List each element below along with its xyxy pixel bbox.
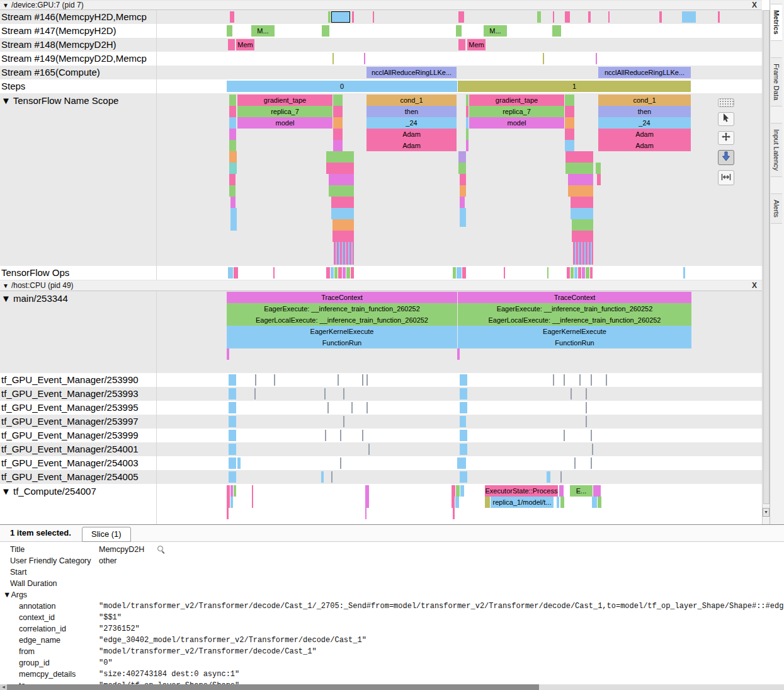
trace-event[interactable]: [586, 388, 587, 400]
trace-event[interactable]: [332, 53, 334, 64]
trace-event[interactable]: [338, 374, 339, 386]
trace-event[interactable]: [564, 374, 565, 386]
trace-event[interactable]: [593, 485, 601, 497]
trace-event[interactable]: [598, 497, 601, 508]
trace-event[interactable]: [331, 197, 354, 208]
trace-event[interactable]: [568, 185, 593, 197]
trace-event[interactable]: [565, 117, 574, 129]
trace-event-1[interactable]: 1: [458, 81, 691, 92]
trace-event-adam[interactable]: Adam: [598, 129, 691, 140]
trace-event-adam[interactable]: Adam: [366, 129, 457, 140]
trace-event[interactable]: [227, 25, 232, 37]
trace-event[interactable]: [457, 348, 460, 360]
trace-event[interactable]: [460, 388, 467, 400]
track-label-tf-gpu-event-manager-253990[interactable]: tf_GPU_Event_Manager/253990: [1, 374, 155, 385]
trace-event[interactable]: [230, 208, 237, 231]
trace-event-e[interactable]: E...: [570, 485, 593, 497]
trace-event[interactable]: [252, 485, 253, 497]
trace-event[interactable]: [552, 25, 561, 37]
track-label-tensorflow-name-scope[interactable]: ▼ TensorFlow Name Scope: [1, 95, 155, 106]
track-label-tf-gpu-event-manager-253993[interactable]: tf_GPU_Event_Manager/253993: [1, 388, 155, 399]
trace-event[interactable]: [466, 106, 469, 117]
trace-event[interactable]: [564, 430, 565, 441]
trace-event[interactable]: [460, 174, 466, 185]
trace-event-eagerlocalexecute-inference-train-function-260252[interactable]: EagerLocalExecute: __inference_train_fun…: [227, 314, 457, 326]
trace-event[interactable]: [565, 163, 593, 174]
trace-event-mem[interactable]: Mem: [236, 39, 254, 50]
trace-event[interactable]: [373, 11, 374, 23]
trace-event[interactable]: [592, 497, 597, 508]
trace-event[interactable]: [229, 430, 236, 441]
trace-event[interactable]: [458, 163, 466, 174]
trace-event[interactable]: [590, 267, 593, 279]
trace-event[interactable]: [453, 508, 455, 519]
track-label-tf-gpu-event-manager-253995[interactable]: tf_GPU_Event_Manager/253995: [1, 402, 155, 413]
trace-event[interactable]: [331, 267, 334, 279]
trace-event[interactable]: [537, 11, 541, 23]
trace-event[interactable]: [331, 208, 354, 219]
pan-tool-button[interactable]: [718, 131, 734, 145]
sidebar-tab-metrics[interactable]: Metrics: [771, 4, 782, 41]
selection-tool-button[interactable]: [718, 112, 734, 126]
trace-event-then[interactable]: then: [366, 106, 457, 117]
trace-event[interactable]: [574, 267, 577, 279]
trace-event-replica-7[interactable]: replica_7: [237, 106, 332, 117]
trace-event[interactable]: [362, 430, 363, 441]
trace-event[interactable]: [229, 174, 236, 185]
trace-event[interactable]: [343, 416, 344, 427]
trace-event[interactable]: [682, 11, 696, 23]
trace-event[interactable]: [586, 402, 587, 413]
trace-event[interactable]: [343, 388, 344, 400]
trace-event[interactable]: [333, 140, 343, 151]
trace-event[interactable]: [452, 485, 455, 497]
trace-event[interactable]: [591, 457, 592, 469]
trace-event[interactable]: [457, 457, 466, 469]
timing-tool-button[interactable]: [718, 170, 734, 185]
trace-event[interactable]: [573, 253, 593, 265]
trace-event[interactable]: [455, 497, 459, 508]
trace-event[interactable]: [547, 267, 548, 279]
trace-event[interactable]: [332, 219, 354, 231]
trace-event[interactable]: [326, 151, 354, 163]
trace-event[interactable]: [565, 129, 574, 140]
trace-event[interactable]: [351, 267, 354, 279]
cpu-close-button[interactable]: X: [752, 280, 757, 291]
trace-event[interactable]: [338, 267, 342, 279]
trace-event[interactable]: [227, 508, 229, 519]
trace-event[interactable]: [327, 402, 329, 413]
trace-event[interactable]: [229, 117, 236, 129]
trace-event[interactable]: [683, 267, 685, 279]
trace-event-functionrun[interactable]: FunctionRun: [227, 337, 457, 348]
trace-event[interactable]: [460, 430, 467, 441]
trace-event[interactable]: [329, 185, 354, 197]
trace-event[interactable]: [229, 388, 236, 400]
trace-event[interactable]: [485, 497, 490, 508]
trace-event-executorstate-process[interactable]: ExecutorState::Process: [485, 485, 558, 497]
trace-event[interactable]: [460, 197, 465, 208]
trace-event[interactable]: [368, 444, 370, 455]
trace-event[interactable]: [460, 208, 466, 227]
trace-event-tracecontext[interactable]: TraceContext: [227, 292, 457, 303]
trace-event-ncclallreduceringllke[interactable]: ncclAllReduceRingLLKe...: [366, 67, 457, 78]
trace-event[interactable]: [567, 267, 570, 279]
trace-event[interactable]: [229, 416, 236, 427]
gpu-close-button[interactable]: X: [752, 1, 757, 10]
cpu-process-header[interactable]: ▼/host:CPU (pid 49) X: [0, 280, 762, 291]
trace-event[interactable]: [571, 267, 574, 279]
trace-event[interactable]: [229, 151, 237, 163]
trace-event[interactable]: [460, 444, 467, 455]
trace-event[interactable]: [547, 471, 550, 483]
trace-event[interactable]: [560, 471, 562, 483]
track-label-tf-compute-254007[interactable]: ▼ tf_Compute/254007: [1, 486, 155, 497]
track-label-stream-165-compute[interactable]: Stream #165(Compute): [1, 67, 155, 78]
magnifier-icon[interactable]: [157, 546, 165, 553]
trace-event[interactable]: [460, 402, 467, 413]
trace-event[interactable]: [452, 497, 455, 508]
trace-event[interactable]: [460, 374, 467, 386]
trace-event-functionrun[interactable]: FunctionRun: [458, 337, 691, 348]
track-label-tf-gpu-event-manager-254001[interactable]: tf_GPU_Event_Manager/254001: [1, 444, 155, 454]
trace-event[interactable]: [543, 53, 544, 64]
track-label-tensorflow-ops[interactable]: TensorFlow Ops: [1, 267, 155, 278]
trace-event[interactable]: [460, 185, 466, 197]
trace-event[interactable]: [274, 374, 275, 386]
